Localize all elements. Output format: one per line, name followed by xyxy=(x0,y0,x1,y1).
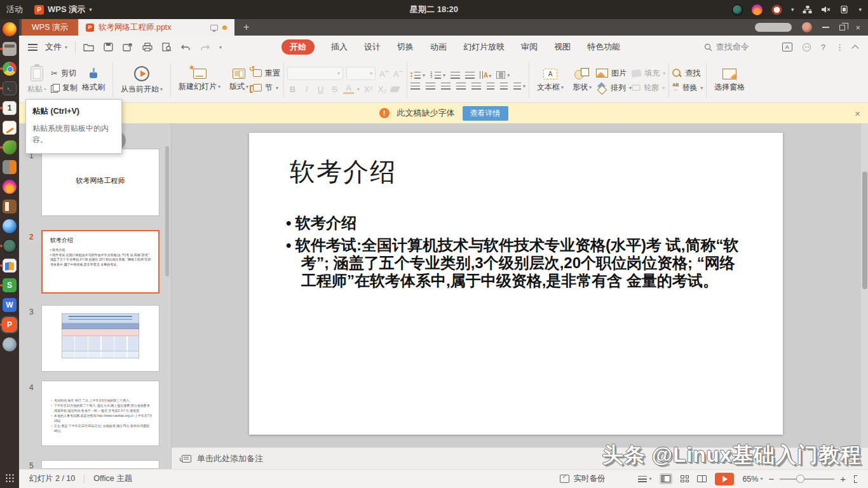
realtime-backup-button[interactable]: 实时备份 xyxy=(560,473,605,484)
italic-button[interactable]: I xyxy=(301,84,312,94)
warning-close-icon[interactable]: × xyxy=(855,108,860,119)
dock-item-file-manager[interactable] xyxy=(3,42,17,56)
dock-item-image-editor[interactable] xyxy=(3,140,17,154)
slide-thumbnail-3[interactable] xyxy=(41,305,159,372)
toolbar-more-icon[interactable]: ▾ xyxy=(219,44,222,50)
underline-button[interactable]: U xyxy=(315,85,326,94)
slide-body[interactable]: 软考介绍 软件考试:全国计算机技术与软件技术专业资格(水平)考 试,简称“软考”… xyxy=(286,214,741,294)
slide-thumbnail-5[interactable] xyxy=(41,460,159,469)
dock-item-network-globe[interactable] xyxy=(3,239,17,253)
tab-insert[interactable]: 插入 xyxy=(331,41,348,53)
format-painter-button[interactable]: 格式刷 xyxy=(78,60,109,100)
spacing-options-button[interactable]: ▾ xyxy=(513,83,526,90)
view-details-button[interactable]: 查看详情 xyxy=(463,106,508,121)
strikethrough-button[interactable]: S xyxy=(329,85,340,94)
zoom-slider-thumb[interactable] xyxy=(796,475,804,483)
bold-button[interactable]: B xyxy=(287,85,298,94)
play-from-current-button[interactable]: 从当前开始▾ xyxy=(116,60,167,100)
print-preview-button[interactable] xyxy=(162,43,172,51)
dock-item-wps-writer[interactable]: W xyxy=(3,298,17,312)
arrange-button[interactable]: 排列▾ xyxy=(596,83,632,93)
close-button[interactable]: × xyxy=(855,23,860,32)
zoom-in-button[interactable]: + xyxy=(840,474,846,484)
text-box-button[interactable]: A 文本框▾ xyxy=(532,60,568,100)
dock-item-wps-presentation[interactable]: P xyxy=(3,318,17,332)
find-button[interactable]: 查找 xyxy=(672,68,703,79)
open-button[interactable] xyxy=(83,43,94,51)
increase-indent-button[interactable] xyxy=(465,72,475,79)
grow-font-button[interactable]: A+ xyxy=(379,67,390,79)
redo-button[interactable] xyxy=(200,43,210,51)
shapes-button[interactable]: 形状▾ xyxy=(568,60,596,100)
panel-scrollbar[interactable] xyxy=(165,146,169,276)
text-align-box-button[interactable]: ▾ xyxy=(496,71,510,79)
tray-alarm-icon[interactable] xyxy=(771,4,782,15)
system-menu-chevron-icon[interactable]: ▾ xyxy=(858,6,862,13)
command-search[interactable]: 查找命令 xyxy=(704,41,749,53)
app-menu-button[interactable]: P WPS 演示 ▾ xyxy=(34,4,92,15)
print-button[interactable] xyxy=(142,43,153,51)
tab-wps-home[interactable]: WPS 演示 xyxy=(22,19,78,36)
section-button[interactable]: 节▾ xyxy=(253,83,280,93)
show-applications-button[interactable] xyxy=(5,473,15,483)
dock-item-firefox[interactable] xyxy=(3,22,17,36)
file-menu-button[interactable]: 文件 ▾ xyxy=(28,41,67,53)
slide-thumbnail-4[interactable]: 考试时间:每年 举行 二次,上半年在6月份的第三个周六。 下半年在11月份的第二… xyxy=(41,381,159,446)
tab-design[interactable]: 设计 xyxy=(364,41,381,53)
slide-canvas[interactable]: 软考介绍 软考介绍 软件考试:全国计算机技术与软件技术专业资格(水平)考 试,简… xyxy=(172,123,868,447)
minimize-button[interactable] xyxy=(822,27,829,28)
numbering-button[interactable]: 1 2 3▾ xyxy=(430,72,445,79)
align-left-button[interactable] xyxy=(410,83,420,90)
align-right-button[interactable] xyxy=(441,83,451,90)
selection-pane-button[interactable]: 选择窗格 xyxy=(710,60,749,100)
notes-toggle-button[interactable]: ▾ xyxy=(638,476,651,482)
dock-item-gnome-boxes[interactable] xyxy=(3,259,17,273)
superscript-button[interactable]: X² xyxy=(363,85,374,94)
tab-special-features[interactable]: 特色功能 xyxy=(587,41,620,53)
tab-transition[interactable]: 切换 xyxy=(397,41,414,53)
zoom-level-button[interactable]: 65%▾ xyxy=(742,475,763,484)
new-slide-button[interactable]: 新建幻灯片▾ xyxy=(174,60,225,100)
avatar[interactable] xyxy=(802,22,812,32)
dock-item-notes[interactable] xyxy=(3,121,17,135)
canvas-scrollbar-thumb[interactable] xyxy=(862,172,867,289)
tab-review[interactable]: 审阅 xyxy=(521,41,538,53)
theme-name[interactable]: Office 主题 xyxy=(93,473,132,484)
dock-item-tweaks[interactable] xyxy=(3,160,17,174)
font-size-select[interactable]: ▾ xyxy=(346,67,376,80)
line-spacing-button[interactable] xyxy=(487,83,494,90)
font-color-button[interactable]: A xyxy=(343,84,354,94)
text-direction-button[interactable]: A▾ xyxy=(480,71,491,79)
distribute-button[interactable] xyxy=(471,83,481,90)
fit-slide-button[interactable] xyxy=(854,475,862,483)
zoom-slider[interactable] xyxy=(780,478,834,480)
dock-item-terminal[interactable] xyxy=(3,81,17,95)
replace-button[interactable]: AB↔替换▾ xyxy=(672,83,703,93)
restore-button[interactable] xyxy=(839,25,845,30)
tab-view[interactable]: 视图 xyxy=(554,41,571,53)
tray-chevron-icon[interactable]: ▾ xyxy=(791,6,794,13)
present-monitor-icon[interactable] xyxy=(210,25,218,30)
activities-button[interactable]: 活动 xyxy=(6,4,23,15)
dock-item-chrome[interactable] xyxy=(3,62,17,76)
decrease-indent-button[interactable] xyxy=(451,72,460,79)
help-icon[interactable]: ? xyxy=(821,43,825,52)
canvas-scrollbar[interactable] xyxy=(861,123,868,447)
slide-thumbnail-2[interactable]: 软考介绍 • 软考介绍 • 软件考试:全国计算机技术与软件技术专业资格(水 平)… xyxy=(41,230,159,294)
tray-photos-icon[interactable] xyxy=(752,4,763,15)
tab-home[interactable]: 开始 xyxy=(281,39,315,55)
tab-slideshow[interactable]: 幻灯片放映 xyxy=(463,41,505,53)
new-tab-button[interactable]: + xyxy=(234,19,258,36)
translate-icon[interactable]: A xyxy=(782,43,792,51)
normal-view-button[interactable] xyxy=(660,473,672,484)
slide-title[interactable]: 软考介绍 xyxy=(290,154,397,189)
current-slide[interactable]: 软考介绍 软考介绍 软件考试:全国计算机技术与软件技术专业资格(水平)考 试,简… xyxy=(249,133,783,435)
outline-button[interactable]: 轮廓▾ xyxy=(632,83,665,93)
export-pdf-button[interactable] xyxy=(123,43,133,51)
slideshow-play-button[interactable] xyxy=(715,473,734,485)
cut-button[interactable]: ✂剪切 xyxy=(51,68,78,79)
dock-item-helper[interactable] xyxy=(3,337,17,351)
collapse-ribbon-icon[interactable] xyxy=(851,44,858,51)
feedback-icon[interactable] xyxy=(803,43,811,51)
reset-button[interactable]: 重置 xyxy=(253,68,280,79)
